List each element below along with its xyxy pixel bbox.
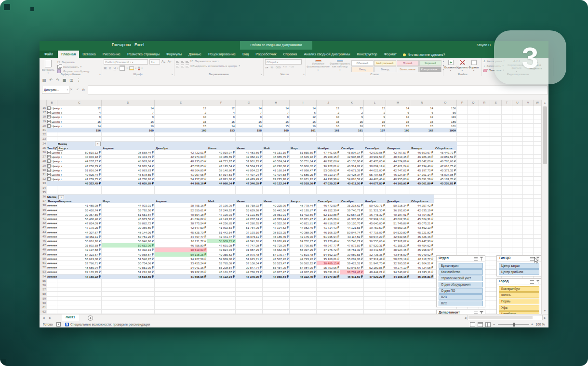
cell[interactable]: 16 xyxy=(410,119,434,124)
cell[interactable]: 40 046,18 ₽ xyxy=(57,155,102,159)
cell[interactable]: 45 197,73 ₽ xyxy=(410,168,434,172)
preview-icon[interactable]: ◫ xyxy=(70,78,74,82)
zoom-slider[interactable] xyxy=(498,324,529,325)
expand-icon[interactable] xyxy=(47,111,51,114)
cell[interactable]: 40 550,16 ₽ xyxy=(386,225,410,230)
cell[interactable]: ######## xyxy=(47,270,57,274)
cell[interactable]: 45 729,29 ₽ xyxy=(263,243,290,248)
cell[interactable]: 30 489,15 ₽ xyxy=(317,261,340,265)
cell[interactable]: 42 063,63 ₽ xyxy=(102,168,155,172)
cell[interactable]: 1909 xyxy=(434,128,457,132)
cell[interactable]: 15 xyxy=(410,124,434,128)
cell[interactable]: 45 447,90 ₽ xyxy=(410,239,434,243)
cell[interactable]: 45 611,50 ₽ xyxy=(340,274,364,279)
row-header-24[interactable]: 24 xyxy=(40,142,46,146)
clear-filter-icon[interactable] xyxy=(536,280,540,284)
paste-button[interactable]: Вставить▾ xyxy=(41,59,55,74)
cell[interactable]: 48 686,94 ₽ xyxy=(57,265,102,270)
cell[interactable]: 58 909,15 ₽ xyxy=(207,239,236,243)
cell[interactable]: 36 745,32 ₽ xyxy=(364,212,386,217)
slicer-item-Екатеринбург[interactable]: Екатеринбург xyxy=(499,286,539,292)
font-name-input[interactable]: Calibri (Основной т ▾ xyxy=(104,59,148,65)
cell[interactable]: 9 xyxy=(340,115,364,119)
column-header-I[interactable]: I xyxy=(290,100,317,106)
cell[interactable]: 54 984,00 ₽ xyxy=(290,265,317,270)
cell[interactable]: 51 653,64 ₽ xyxy=(102,212,155,217)
cell[interactable]: ######## xyxy=(47,221,57,225)
cell[interactable]: 47 616,75 ₽ xyxy=(434,164,457,168)
align-middle-icon[interactable] xyxy=(181,60,184,63)
cell[interactable]: 48 985,75 ₽ xyxy=(263,155,290,159)
cell[interactable]: 15 xyxy=(317,119,340,124)
horizontal-scroll-thumb[interactable] xyxy=(468,316,533,319)
cell[interactable]: 47 194,62 ₽ xyxy=(263,225,290,230)
dialog-launcher-icon[interactable]: ↘ xyxy=(171,73,173,76)
cell-style-5[interactable]: Ввод xyxy=(351,66,374,72)
cell[interactable]: 45 122,94 ₽ xyxy=(263,181,290,185)
cell[interactable]: 42 137,58 ₽ xyxy=(57,248,102,252)
column-header-H[interactable]: H xyxy=(263,100,290,106)
cell[interactable]: 38 882,72 ₽ xyxy=(102,221,155,225)
slicer-Департамент[interactable]: ДепартаментДепартамент финансовИТДепарта… xyxy=(436,310,485,314)
cell[interactable]: 40 355,82 ₽ xyxy=(207,252,236,257)
cell[interactable]: 46 314,02 ₽ xyxy=(340,164,364,168)
ribbon-tab-Вид[interactable]: Вид xyxy=(239,51,252,58)
cell[interactable]: 162 xyxy=(410,128,434,132)
cell[interactable]: 45 640,00 ₽ xyxy=(364,221,386,225)
cell[interactable]: 12 xyxy=(386,115,410,119)
cell[interactable]: 47 507,22 ₽ xyxy=(263,257,290,261)
cell[interactable]: 52 550,61 ₽ xyxy=(155,208,207,212)
pivot-column-header[interactable]: Февраль xyxy=(387,146,400,150)
expand-icon[interactable] xyxy=(47,151,51,154)
dialog-launcher-icon[interactable]: ↘ xyxy=(99,73,101,76)
cell[interactable]: 41 904,51 ₽ xyxy=(410,261,434,265)
comma-button[interactable]: 000 xyxy=(276,65,281,69)
row-header-62[interactable]: 62 xyxy=(40,310,46,314)
undo-icon[interactable]: ↶ xyxy=(50,78,53,82)
cell[interactable]: 40 292,68 ₽ xyxy=(263,164,290,168)
row-header-46[interactable]: 46 xyxy=(40,239,46,243)
select-all-corner[interactable] xyxy=(40,100,47,106)
cell[interactable]: 46 662,45 ₽ xyxy=(263,248,290,252)
cell[interactable]: 15 xyxy=(340,119,364,124)
cell[interactable]: 48 444,21 ₽ xyxy=(364,270,386,274)
column-header-N[interactable]: N xyxy=(410,100,434,106)
row-header-57[interactable]: 57 xyxy=(40,288,46,292)
cell[interactable]: 43 175,00 ₽ xyxy=(290,235,317,239)
cell[interactable]: 157 xyxy=(364,128,386,132)
cell[interactable]: 47 280,35 ₽ xyxy=(236,221,263,225)
cell[interactable]: 160 xyxy=(102,128,155,132)
cell[interactable]: 50 751,64 ₽ xyxy=(290,159,317,163)
cell[interactable]: 15 xyxy=(386,124,410,128)
pivot-column-header[interactable]: Декабрь xyxy=(156,146,168,150)
add-sheet-button[interactable] xyxy=(88,315,93,321)
cell[interactable]: 37 193,10 ₽ xyxy=(236,230,263,235)
expand-icon[interactable] xyxy=(47,177,51,181)
cell[interactable]: 45 101,67 ₽ xyxy=(207,270,236,274)
cell[interactable]: 30 510,03 ₽ xyxy=(155,248,207,252)
cell[interactable]: 50 318,34 ₽ xyxy=(386,203,410,208)
cell[interactable]: 43 441,47 ₽ xyxy=(207,235,236,239)
clear-filter-icon[interactable] xyxy=(480,257,483,261)
cell[interactable]: 51 035,94 ₽ xyxy=(317,235,340,239)
row-header-51[interactable]: 51 xyxy=(40,261,46,265)
ribbon-tab-Главная[interactable]: Главная xyxy=(58,51,79,58)
slicer-item-Уфа[interactable]: Уфа xyxy=(499,305,539,311)
cell[interactable]: 10 xyxy=(155,115,207,119)
grow-font-button[interactable]: А▲ xyxy=(161,60,166,64)
cell[interactable]: 44 257,42 ₽ xyxy=(410,203,434,208)
cell[interactable]: 51 816,04 ₽ xyxy=(57,168,102,172)
cell[interactable]: 41 465,29 ₽ xyxy=(317,217,340,221)
pivot-column-header[interactable]: Октябрь xyxy=(341,146,354,150)
cell[interactable]: 161 xyxy=(290,128,317,132)
cell[interactable]: 42 434,58 ₽ xyxy=(263,172,290,177)
column-header-Q[interactable]: Q xyxy=(468,100,479,106)
cell[interactable]: 48 144,06 ₽ xyxy=(102,230,155,235)
cell[interactable]: 12 xyxy=(364,106,386,110)
cell[interactable]: 160 xyxy=(386,128,410,132)
expand-icon[interactable] xyxy=(47,155,51,158)
cell[interactable]: 16 xyxy=(236,119,263,124)
align-center-icon[interactable] xyxy=(181,65,184,67)
cell-style-8[interactable]: Контрольная... xyxy=(419,66,441,72)
cell[interactable]: 43 442,58 ₽ xyxy=(364,248,386,252)
